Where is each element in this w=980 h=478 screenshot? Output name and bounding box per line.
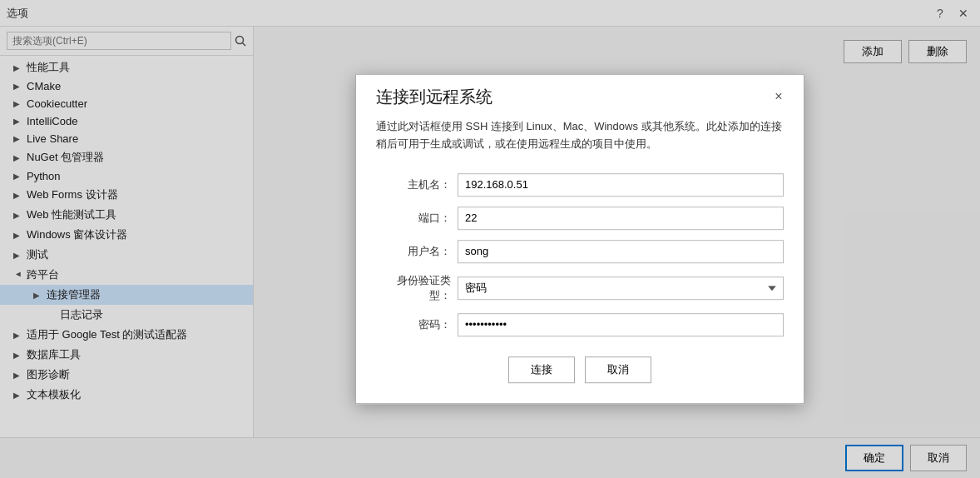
- dialog-cancel-button[interactable]: 取消: [585, 356, 651, 383]
- dialog-description: 通过此对话框使用 SSH 连接到 Linux、Mac、Windows 或其他系统…: [356, 115, 804, 167]
- dialog-footer: 连接 取消: [356, 350, 804, 403]
- hostname-label: 主机名：: [376, 177, 451, 192]
- username-input[interactable]: [458, 240, 784, 263]
- dialog-title-bar: 连接到远程系统 ×: [356, 75, 804, 115]
- connect-dialog: 连接到远程系统 × 通过此对话框使用 SSH 连接到 Linux、Mac、Win…: [355, 74, 804, 404]
- password-label: 密码：: [376, 317, 451, 332]
- auth-type-row: 身份验证类型： 密码 私钥: [376, 273, 784, 303]
- hostname-row: 主机名：: [376, 173, 784, 197]
- dialog-title: 连接到远程系统: [376, 86, 492, 108]
- auth-type-label: 身份验证类型：: [376, 273, 451, 303]
- port-row: 端口：: [376, 207, 784, 230]
- dialog-close-button[interactable]: ×: [767, 85, 790, 108]
- username-label: 用户名：: [376, 244, 451, 259]
- password-row: 密码：: [376, 313, 784, 336]
- auth-type-select[interactable]: 密码 私钥: [458, 276, 784, 300]
- connect-button[interactable]: 连接: [508, 356, 575, 383]
- port-input[interactable]: [458, 207, 784, 230]
- password-input[interactable]: [458, 313, 784, 336]
- dialog-body: 主机名： 端口： 用户名： 身份验证类型： 密码 私钥 密码：: [356, 167, 804, 350]
- username-row: 用户名：: [376, 240, 784, 263]
- hostname-input[interactable]: [458, 173, 784, 197]
- port-label: 端口：: [376, 211, 451, 226]
